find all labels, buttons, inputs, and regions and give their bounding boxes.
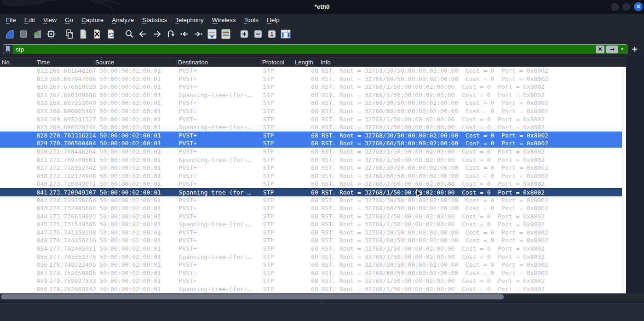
menu-file[interactable]: File [2,14,20,26]
menu-analyze[interactable]: Analyze [108,14,138,26]
cell-info: RST. Root = 32768/1/50:00:00:02:00:00 Co… [318,245,622,253]
display-filter-input[interactable]: stp ✕ ➞ ▼ [3,44,627,54]
zoom-in-icon[interactable] [239,29,250,40]
menu-help[interactable]: Help [263,14,284,26]
cell-time: 268.690805467 [47,107,96,115]
cell-no: 856 [0,261,47,269]
cell-src: 50:00:00:02:00:01 [96,261,179,269]
packet-row[interactable]: 825269.69632874450:00:00:02:00:01Spannin… [0,123,622,132]
packet-row[interactable]: 848276.74445611650:00:00:02:00:01PVST+ST… [0,236,622,245]
stop-capture-icon[interactable] [18,29,29,40]
packet-row[interactable]: 860279.76266884250:00:00:02:00:01Spannin… [0,285,622,293]
packet-row[interactable]: 829270.70650048450:00:00:02:00:01PVST+ST… [0,139,622,148]
close-file-icon[interactable] [92,29,103,40]
go-back-icon[interactable] [138,29,149,40]
packet-row[interactable]: 821267.68010988850:00:00:02:00:01Spannin… [0,91,622,99]
cell-info: RST. Root = 32768/60/50:00:00:02:00:00 C… [318,269,622,277]
packet-row[interactable]: 855277.74335237550:00:00:02:00:01Spannin… [0,253,622,261]
menu-statistics[interactable]: Statistics [138,14,171,26]
packet-row[interactable]: 823268.69080546750:00:00:02:00:01PVST+ST… [0,107,622,115]
packet-row[interactable]: 843274.73298568450:00:00:02:00:01PVST+ST… [0,204,622,212]
cell-src: 50:00:00:02:00:01 [96,285,179,293]
packet-row[interactable]: 854277.74240502150:00:00:02:00:01PVST+ST… [0,245,622,253]
start-capture-icon[interactable] [4,29,15,40]
packet-row[interactable]: 842274.72975066650:00:00:02:00:01PVST+ST… [0,196,622,205]
cell-dst: Spanning-tree-(for-… [179,123,263,132]
packet-row[interactable]: 844275.73061869250:00:00:02:00:01PVST+ST… [0,212,622,221]
packet-row[interactable]: 837272.71895274250:00:00:02:00:01PVST+ST… [0,164,622,172]
vertical-scrollbar[interactable] [622,67,626,304]
cell-pro: STP [263,107,295,115]
packet-row[interactable]: 841273.72094930750:00:00:02:00:01Spannin… [0,188,622,196]
go-forward-icon[interactable] [151,29,162,40]
normal-size-icon[interactable]: 1 [266,29,277,40]
col-time[interactable]: Time [37,58,50,67]
zoom-out-icon[interactable] [253,29,264,40]
packet-row[interactable]: 820267.67691002950:00:00:02:00:01PVST+ST… [0,83,622,91]
packet-row[interactable]: 847276.74115829850:00:00:02:00:01PVST+ST… [0,229,622,237]
reload-file-icon[interactable] [105,29,116,40]
col-destination[interactable]: Destination [178,58,208,67]
resize-columns-icon[interactable] [280,29,291,40]
cell-info: RST. Root = 32768/1/50:00:00:02:00:00 Co… [318,83,622,91]
packet-row[interactable]: 813266.66784708650:00:00:02:00:01PVST+ST… [0,75,622,83]
cell-len: 68 [295,180,318,188]
col-info[interactable]: Info [321,58,331,67]
maximize-button[interactable] [622,3,631,11]
go-to-packet-icon[interactable] [165,29,176,40]
cell-no: 825 [0,123,47,132]
packet-list[interactable]: 812266.66164826750:00:00:02:00:01PVST+ST… [0,67,622,293]
packet-row[interactable]: 857278.75245088550:00:00:02:00:01PVST+ST… [0,269,622,277]
colorize-icon[interactable] [220,29,231,40]
menu-telephony[interactable]: Telephony [171,14,208,26]
cell-pro: STP [263,132,295,140]
col-protocol[interactable]: Protocol [262,58,284,67]
horizontal-scrollbar[interactable] [0,293,644,301]
col-length[interactable]: Length [295,58,313,67]
go-last-icon[interactable] [193,29,204,40]
filter-clear-button[interactable]: ✕ [596,46,604,53]
col-no[interactable]: No. [2,58,11,67]
packet-row[interactable]: 840273.72094907150:00:00:02:00:01PVST+ST… [0,180,622,188]
auto-scroll-icon[interactable] [207,29,218,40]
menu-tools[interactable]: Tools [240,14,263,26]
packet-row[interactable]: 856278.74932249550:00:00:02:00:01PVST+ST… [0,261,622,269]
capture-options-icon[interactable] [46,29,57,40]
menu-capture[interactable]: Capture [77,14,108,26]
packet-row[interactable]: 859279.75992753350:00:00:02:00:01PVST+ST… [0,277,622,285]
cell-pro: STP [263,148,295,156]
packet-row[interactable]: 824269.69524132750:00:00:02:00:01PVST+ST… [0,115,622,124]
find-packet-icon[interactable] [124,29,135,40]
filter-add-button[interactable]: + [632,45,638,54]
filter-bookmark-button[interactable] [3,44,12,54]
menu-go[interactable]: Go [61,14,77,26]
restart-capture-icon[interactable] [32,29,43,40]
filter-apply-button[interactable]: ➞ [606,46,618,53]
menu-view[interactable]: View [39,14,61,26]
filter-dropdown-caret[interactable]: ▼ [620,47,624,52]
packet-row[interactable]: 830271.70844620450:00:00:02:00:01PVST+ST… [0,148,622,156]
cell-dst: PVST+ [179,180,263,188]
col-source[interactable]: Source [95,58,114,67]
cell-info: RST. Root = 32768/30/50:00:00:02:00:00 C… [318,164,622,172]
packet-row[interactable]: 828270.70331621450:00:00:02:00:01PVST+ST… [0,132,622,140]
cell-info: RST. Root = 32768/1/50:00:00:02:00:00 Co… [318,180,622,188]
go-first-icon[interactable] [179,29,190,40]
menu-edit[interactable]: Edit [20,14,39,26]
cell-pro: STP [263,91,295,99]
packet-row[interactable]: 812266.66164826750:00:00:02:00:01PVST+ST… [0,67,622,75]
cell-info: RST. Root = 32768/30/50:00:00:02:00:00 C… [318,229,622,237]
horizontal-scrollbar-thumb[interactable] [1,294,504,299]
cell-src: 50:00:00:02:00:01 [96,277,179,285]
packet-row[interactable]: 845275.73154936550:00:00:02:00:01Spannin… [0,220,622,229]
minimize-button[interactable] [611,3,619,11]
save-file-icon[interactable]: 010101100011 [78,29,89,40]
packet-row[interactable]: 838272.72217494850:00:00:02:00:01PVST+ST… [0,172,622,180]
cell-dst: PVST+ [179,164,263,172]
menu-wireless[interactable]: Wireless [208,14,240,26]
close-button[interactable]: ✕ [634,2,643,11]
packet-row[interactable]: 831271.70970060150:00:00:02:00:01Spannin… [0,156,622,164]
cell-src: 50:00:00:02:00:01 [96,245,179,253]
open-file-icon[interactable] [64,29,75,40]
packet-row[interactable]: 822268.68725204950:00:00:02:00:01PVST+ST… [0,99,622,107]
